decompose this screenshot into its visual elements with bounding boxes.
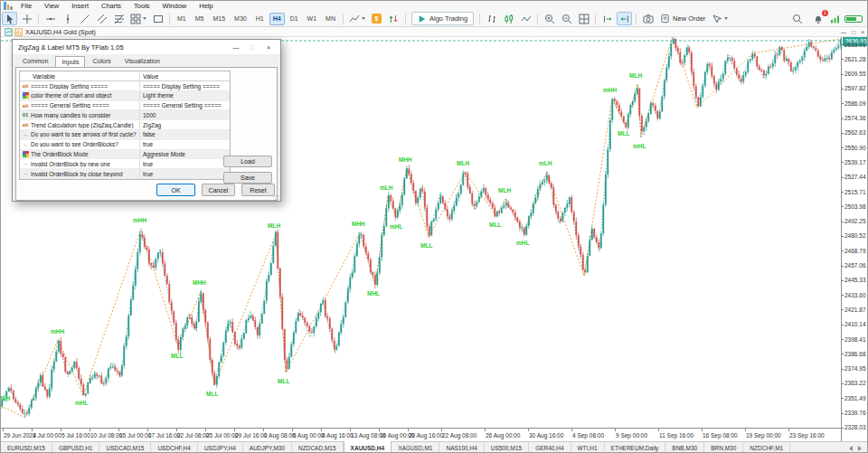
symbol-tab-audjpy-m30[interactable]: AUDJPY,M30 [243, 442, 292, 453]
chart-type-dropdown-button[interactable] [347, 12, 367, 25]
resize-grip[interactable] [273, 193, 279, 200]
chart-restore-button[interactable]: □ [852, 27, 855, 37]
dialog-tab-colors[interactable]: Colors [86, 55, 117, 67]
zoom-in-button[interactable] [542, 12, 557, 25]
parameter-value[interactable]: true [139, 140, 230, 149]
symbol-tab-usdjpy-h4[interactable]: USDJPY,H4 [198, 442, 243, 453]
equidistant-channel-tool-button[interactable] [94, 12, 109, 25]
dialog-maximize-button[interactable]: □ [246, 44, 259, 51]
timeframe-button-m15[interactable]: M15 [209, 13, 229, 25]
dialog-title-bar[interactable]: ZigZag & Label MT5 By TFlab 1.05 — □ × [13, 40, 280, 54]
symbol-tab-xagusd-m1[interactable]: XAGUSD,M1 [392, 442, 439, 453]
parameter-row[interactable]: →Do you want to see arrows of first cycl… [20, 130, 230, 140]
time-axis[interactable]: 29 Jun 20243 Jul 00:005 Jul 16:0010 Jul … [1, 428, 841, 441]
parameter-value[interactable]: ZigZag [139, 120, 230, 129]
parameter-row[interactable]: →invalid OrderBlock by new onetrue [20, 159, 230, 169]
rectangle-tool-button[interactable] [150, 12, 165, 25]
dialog-tab-visualization[interactable]: Visualization [118, 55, 166, 67]
vertical-line-tool-button[interactable] [60, 12, 75, 25]
menu-tools[interactable]: Tools [127, 1, 156, 11]
timeframe-button-h1[interactable]: H1 [252, 13, 268, 25]
screenshot-button[interactable] [640, 12, 656, 25]
menu-window[interactable]: Window [156, 1, 193, 11]
chart-shift-button[interactable] [599, 12, 615, 25]
timeframe-button-m5[interactable]: M5 [192, 13, 208, 25]
parameter-value[interactable]: true [139, 169, 230, 178]
parameter-value[interactable]: ===== General Setting ===== [139, 101, 230, 110]
symbol-tab-brn-m30[interactable]: BRN,M30 [704, 442, 743, 453]
line-mode-button[interactable] [518, 12, 533, 25]
tab-scroll-left-icon[interactable] [849, 446, 853, 451]
parameter-row[interactable]: The OrderBlock ModeAggresive Mode [20, 150, 230, 160]
symbol-tab-nzdchf-m1[interactable]: NZDCHF,M1 [743, 442, 790, 453]
symbol-tab-xauusd-h4[interactable]: XAUUSD,H4 [344, 441, 392, 453]
parameter-row[interactable]: color theme of chart and objectLight the… [20, 91, 230, 101]
load-button[interactable]: Load [223, 156, 272, 167]
menu-view[interactable]: View [38, 1, 65, 11]
parameter-value[interactable]: true [139, 159, 230, 168]
parameter-row[interactable]: 01How many candles to consider1000 [20, 110, 230, 120]
parameter-row[interactable]: →invalid OrderBlock by close beyondtrue [20, 169, 230, 179]
timeframe-button-w1[interactable]: W1 [304, 13, 321, 25]
symbol-tab-nas100-h4[interactable]: NAS100,H4 [439, 442, 484, 453]
dialog-tab-common[interactable]: Common [16, 55, 54, 67]
chart-close-button[interactable]: × [861, 27, 864, 37]
parameter-value[interactable]: 1000 [139, 110, 230, 119]
parameter-row[interactable]: ab===== Display Setting ========== Displ… [20, 81, 230, 91]
tick-chart-button[interactable] [386, 12, 401, 25]
dialog-minimize-button[interactable]: — [230, 44, 242, 51]
symbol-tab-usdchf-h4[interactable]: USDCHF,H4 [151, 442, 197, 453]
candle-mode-button[interactable] [501, 12, 516, 25]
tab-scroll-right-icon[interactable] [858, 446, 862, 451]
crosshair-tool-button[interactable] [19, 12, 34, 25]
dialog-close-button[interactable]: × [262, 44, 275, 51]
bar-chart-mode-button[interactable] [484, 12, 499, 25]
symbol-tab-ger40-h4[interactable]: GER40,H4 [529, 442, 571, 453]
parameter-row[interactable]: ab===== General Setting ========== Gener… [20, 101, 230, 111]
price-axis[interactable]: 2636.93 2633.012621.282609.552597.822586… [841, 37, 868, 441]
deposit-button[interactable]: $ [369, 12, 384, 25]
fibonacci-tool-button[interactable] [111, 12, 127, 25]
parameter-value[interactable]: ===== Display Setting ===== [139, 81, 230, 90]
zoom-out-button[interactable] [559, 12, 574, 25]
time-tick-mark [147, 429, 148, 431]
parameter-row[interactable]: abTrend Calculation type (ZigZag,Candle)… [20, 120, 230, 130]
ok-button[interactable]: OK [156, 184, 195, 196]
parameter-value[interactable]: Light theme [139, 91, 230, 100]
horizontal-line-tool-button[interactable] [42, 12, 58, 25]
chart-minimize-button[interactable]: — [841, 27, 847, 37]
menu-file[interactable]: File [14, 1, 38, 11]
menu-charts[interactable]: Charts [95, 1, 127, 11]
symbol-tab-wti-h1[interactable]: WTI,H1 [571, 442, 605, 453]
search-button[interactable] [789, 12, 805, 25]
symbol-tab-nzdcad-m15[interactable]: NZDCAD,M15 [292, 442, 344, 453]
parameter-value[interactable]: false [139, 130, 230, 139]
symbol-tab-bnb-m30[interactable]: BNB,M30 [665, 442, 704, 453]
symbol-tab-eurusd-m15[interactable]: EURUSD,M15 [1, 442, 52, 453]
symbol-tab-usdcad-m15[interactable]: USDCAD,M15 [99, 442, 151, 453]
auto-scroll-button[interactable] [617, 12, 632, 25]
symbol-tab-ethereum-daily[interactable]: ETHEREUM,Daily [605, 442, 666, 453]
cursor-tool-button[interactable] [2, 12, 17, 25]
notifications-button[interactable]: 1 [810, 12, 826, 25]
tile-windows-button[interactable] [576, 12, 591, 25]
reset-button[interactable]: Reset [241, 184, 275, 196]
menu-help[interactable]: Help [193, 1, 219, 11]
timeframe-button-m30[interactable]: M30 [231, 13, 250, 25]
timeframe-button-d1[interactable]: D1 [287, 13, 302, 25]
timeframe-button-m1[interactable]: M1 [174, 13, 190, 25]
parameter-value[interactable]: Aggresive Mode [139, 150, 230, 159]
symbol-tab-gbpusd-h1[interactable]: GBPUSD,H1 [52, 442, 100, 453]
parameter-row[interactable]: →Do you want to see OrderBlocks?true [20, 140, 230, 150]
algo-trading-button[interactable]: Algo Trading [411, 12, 474, 25]
symbol-tab-us500-m15[interactable]: US500,M15 [485, 442, 529, 453]
shapes-dropdown-button[interactable] [128, 12, 148, 25]
trendline-tool-button[interactable] [77, 12, 92, 25]
cancel-button[interactable]: Cancel [202, 184, 235, 196]
timeframe-button-mn[interactable]: MN [322, 13, 339, 25]
new-order-button[interactable]: New Order [656, 14, 709, 24]
depth-of-market-dropdown-button[interactable] [710, 12, 730, 25]
menu-insert[interactable]: Insert [65, 1, 95, 11]
save-button[interactable]: Save [223, 172, 272, 184]
timeframe-button-h4[interactable]: H4 [269, 13, 285, 25]
